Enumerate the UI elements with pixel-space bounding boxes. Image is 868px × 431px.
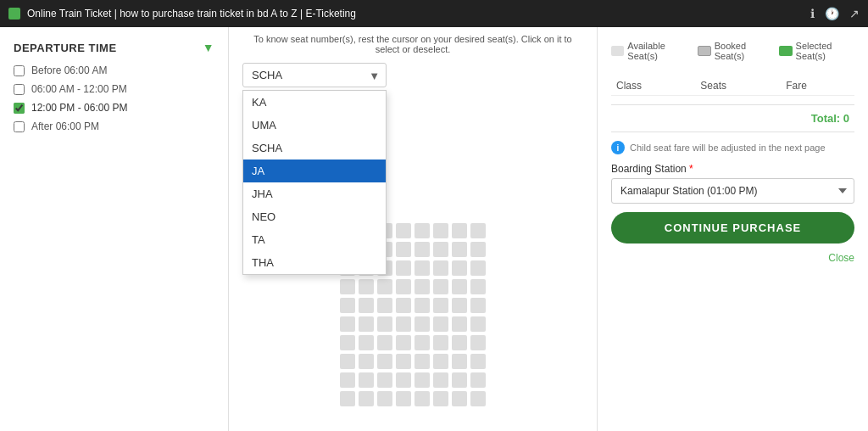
seat[interactable] xyxy=(340,298,355,313)
seat[interactable] xyxy=(433,242,448,257)
seat[interactable] xyxy=(433,316,448,332)
dropdown-item[interactable]: JHA xyxy=(243,182,386,205)
seat[interactable] xyxy=(415,391,430,406)
seat[interactable] xyxy=(340,354,355,369)
filter-option[interactable]: 06:00 AM - 12:00 PM xyxy=(14,83,214,95)
seat[interactable] xyxy=(340,372,355,388)
seat[interactable] xyxy=(377,391,392,406)
seat[interactable] xyxy=(470,316,486,332)
seat[interactable] xyxy=(452,335,467,350)
seat[interactable] xyxy=(396,260,411,276)
info-icon[interactable]: ℹ xyxy=(810,7,815,20)
filter-checkbox[interactable] xyxy=(14,121,25,132)
dropdown-item[interactable]: NEO xyxy=(243,205,386,228)
seat[interactable] xyxy=(470,354,486,369)
seat[interactable] xyxy=(377,279,392,294)
seat[interactable] xyxy=(359,298,374,313)
seat[interactable] xyxy=(470,242,486,257)
seat[interactable] xyxy=(359,316,374,332)
seat-row xyxy=(340,354,486,369)
class-dropdown-list: KAUMASCHAJAJHANEOTATHA xyxy=(242,90,387,275)
seat[interactable] xyxy=(433,372,448,388)
dropdown-item[interactable]: THA xyxy=(243,251,386,274)
seat[interactable] xyxy=(340,391,355,406)
seat[interactable] xyxy=(396,335,411,350)
seat[interactable] xyxy=(396,354,411,369)
seat[interactable] xyxy=(377,316,392,332)
seat[interactable] xyxy=(470,279,486,294)
seat[interactable] xyxy=(396,372,411,388)
seat[interactable] xyxy=(396,223,411,238)
seat[interactable] xyxy=(433,279,448,294)
seat[interactable] xyxy=(452,298,467,313)
seat[interactable] xyxy=(433,354,448,369)
seat[interactable] xyxy=(377,372,392,388)
seat[interactable] xyxy=(433,260,448,276)
seat[interactable] xyxy=(359,335,374,350)
seat[interactable] xyxy=(377,335,392,350)
departure-time-arrow[interactable]: ▼ xyxy=(203,41,214,54)
seat[interactable] xyxy=(415,279,430,294)
filter-option[interactable]: After 06:00 PM xyxy=(14,120,214,132)
seat[interactable] xyxy=(396,391,411,406)
seat[interactable] xyxy=(415,298,430,313)
dropdown-item[interactable]: JA xyxy=(243,160,386,182)
seat[interactable] xyxy=(452,372,467,388)
seat[interactable] xyxy=(415,223,430,238)
dropdown-item[interactable]: UMA xyxy=(243,114,386,137)
seat[interactable] xyxy=(415,335,430,350)
seat[interactable] xyxy=(470,298,486,313)
seat[interactable] xyxy=(340,335,355,350)
seat[interactable] xyxy=(470,372,486,388)
seat[interactable] xyxy=(415,354,430,369)
seat[interactable] xyxy=(452,260,467,276)
seat[interactable] xyxy=(452,316,467,332)
seat[interactable] xyxy=(340,279,355,294)
seat[interactable] xyxy=(340,316,355,332)
seat[interactable] xyxy=(470,260,486,276)
seat[interactable] xyxy=(433,298,448,313)
legend-selected-label: Selected Seat(s) xyxy=(796,41,854,61)
seat[interactable] xyxy=(396,298,411,313)
seat[interactable] xyxy=(377,298,392,313)
clock-icon[interactable]: 🕐 xyxy=(825,7,839,20)
seat[interactable] xyxy=(452,391,467,406)
legend-booked: Booked Seat(s) xyxy=(698,41,769,61)
seat[interactable] xyxy=(359,354,374,369)
filter-option[interactable]: Before 06:00 AM xyxy=(14,64,214,76)
seat[interactable] xyxy=(415,316,430,332)
dropdown-item[interactable]: TA xyxy=(243,228,386,251)
dropdown-item[interactable]: SCHA xyxy=(243,137,386,160)
filter-option[interactable]: 12:00 PM - 06:00 PM xyxy=(14,102,214,114)
seat[interactable] xyxy=(452,279,467,294)
continue-purchase-button[interactable]: CONTINUE PURCHASE xyxy=(611,212,854,243)
seat[interactable] xyxy=(396,279,411,294)
seat[interactable] xyxy=(396,242,411,257)
seat[interactable] xyxy=(415,372,430,388)
seat[interactable] xyxy=(452,354,467,369)
info-circle-icon: i xyxy=(611,141,625,154)
seat[interactable] xyxy=(415,242,430,257)
seat[interactable] xyxy=(470,335,486,350)
seat[interactable] xyxy=(433,391,448,406)
seat[interactable] xyxy=(452,242,467,257)
seat[interactable] xyxy=(415,260,430,276)
seat[interactable] xyxy=(433,223,448,238)
seat[interactable] xyxy=(452,223,467,238)
seat[interactable] xyxy=(396,316,411,332)
seat[interactable] xyxy=(433,335,448,350)
seat[interactable] xyxy=(377,354,392,369)
boarding-station-select[interactable]: Kamalapur Station (01:00 PM) xyxy=(611,178,854,204)
share-icon[interactable]: ↗ xyxy=(849,7,860,20)
class-dropdown-selected[interactable]: SCHA xyxy=(242,63,387,87)
dropdown-item[interactable]: KA xyxy=(243,91,386,114)
seat[interactable] xyxy=(359,391,374,406)
filter-checkbox[interactable] xyxy=(14,84,25,95)
close-link[interactable]: Close xyxy=(611,252,854,264)
filter-checkbox[interactable] xyxy=(14,65,25,76)
seat[interactable] xyxy=(359,279,374,294)
seat[interactable] xyxy=(470,391,486,406)
seat[interactable] xyxy=(470,223,486,238)
seat[interactable] xyxy=(359,372,374,388)
filter-checkbox[interactable] xyxy=(14,103,25,114)
